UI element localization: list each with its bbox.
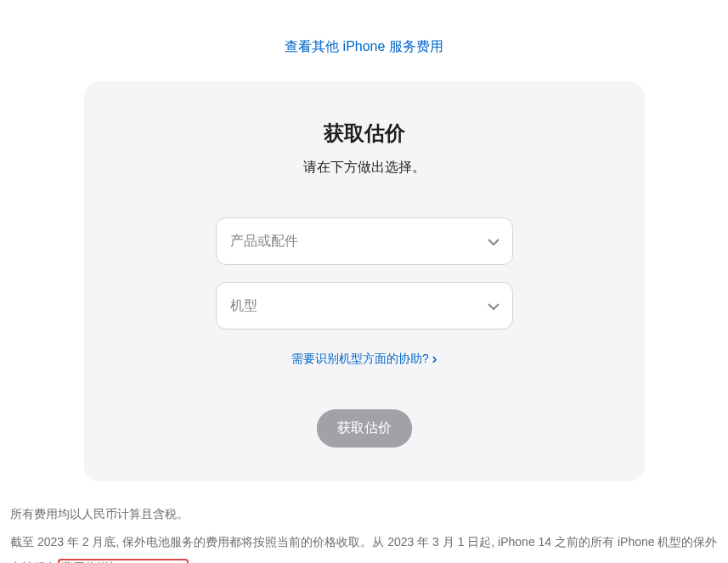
footer-line-1: 所有费用均以人民币计算且含税。 — [10, 502, 718, 526]
help-link-label: 需要识别机型方面的协助? — [291, 352, 429, 367]
identify-model-help-link[interactable]: 需要识别机型方面的协助? — [291, 352, 437, 367]
model-select[interactable]: 机型 — [216, 282, 513, 329]
footer-line-2: 截至 2023 年 2 月底, 保外电池服务的费用都将按照当前的价格收取。从 2… — [10, 530, 718, 563]
product-select[interactable]: 产品或配件 — [216, 217, 513, 265]
footer-notes: 所有费用均以人民币计算且含税。 截至 2023 年 2 月底, 保外电池服务的费… — [8, 502, 720, 563]
card-title: 获取估价 — [118, 120, 611, 147]
price-increase-highlight: 费用将增加 RMB 169。 — [58, 559, 189, 563]
model-select-wrapper: 机型 — [216, 282, 513, 329]
get-estimate-button[interactable]: 获取估价 — [317, 409, 412, 448]
top-link-container: 查看其他 iPhone 服务费用 — [8, 0, 720, 82]
chevron-right-icon — [432, 352, 437, 366]
product-select-wrapper: 产品或配件 — [216, 217, 513, 265]
card-subtitle: 请在下方做出选择。 — [118, 159, 611, 177]
view-other-services-link[interactable]: 查看其他 iPhone 服务费用 — [285, 39, 443, 53]
estimate-card: 获取估价 请在下方做出选择。 产品或配件 机型 需要识别机型方面的协助? 获取估… — [84, 82, 645, 481]
